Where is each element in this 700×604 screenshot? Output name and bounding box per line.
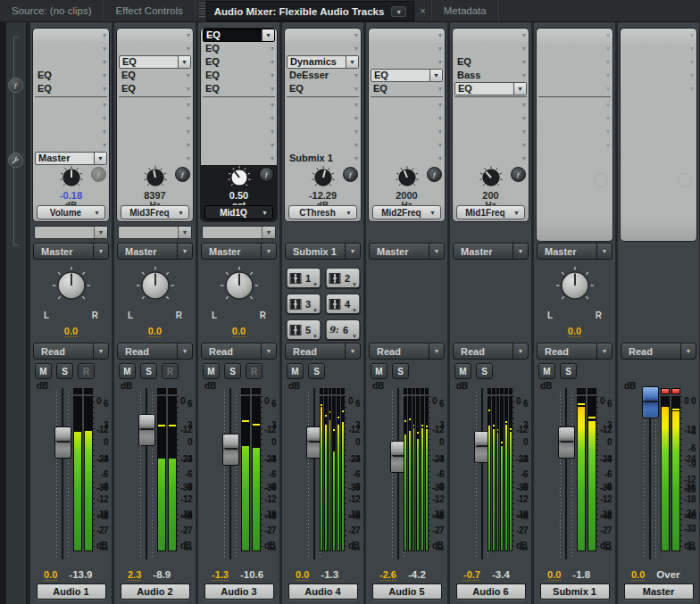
effect-slot[interactable]: ▾ <box>33 55 109 69</box>
send-slot[interactable]: ▾ <box>285 98 361 112</box>
channel-button-1[interactable]: 1▼ <box>286 268 321 288</box>
clip-indicator[interactable] <box>496 388 500 394</box>
effect-slot[interactable]: EQ▼ <box>117 55 193 69</box>
output-select[interactable]: Master▼ <box>453 243 529 260</box>
parameter-select[interactable]: CThresh▼ <box>288 205 357 219</box>
fader-handle[interactable] <box>222 434 239 466</box>
channel-button-2[interactable]: 2▼ <box>325 268 360 288</box>
clip-indicator[interactable] <box>492 388 496 394</box>
effect-slot[interactable]: EQ▾ <box>201 55 277 69</box>
effect-slot[interactable]: ▾ <box>537 29 612 42</box>
effect-slot[interactable]: EQ▾ <box>33 69 109 82</box>
send-slot[interactable]: ▾ <box>285 125 361 138</box>
chevron-down-icon[interactable]: ▼ <box>346 56 358 68</box>
mute-button[interactable]: M <box>203 363 220 379</box>
effect-parameter-knob[interactable] <box>60 166 83 193</box>
output-select[interactable]: Master▼ <box>117 243 193 260</box>
send-slot[interactable]: ▾ <box>201 152 277 165</box>
clip-indicator[interactable] <box>425 388 429 394</box>
mute-button[interactable]: M <box>287 363 304 379</box>
effect-slot[interactable]: ▾ <box>621 69 696 82</box>
gain-value[interactable]: 0.0 <box>547 569 561 581</box>
effect-slot[interactable]: ▾ <box>369 29 445 42</box>
effect-slot[interactable]: ▾ <box>621 55 696 69</box>
effect-slot[interactable]: EQ▾ <box>201 82 277 95</box>
close-icon[interactable]: × <box>414 0 431 21</box>
clip-indicator[interactable] <box>416 388 420 394</box>
effect-slot[interactable]: EQ▼ <box>369 69 445 82</box>
effect-slot[interactable]: ▾ <box>369 42 445 55</box>
fader-handle[interactable] <box>558 426 575 459</box>
clip-indicator[interactable] <box>168 388 177 394</box>
effect-slot[interactable]: EQ▾ <box>117 69 193 82</box>
tab-effect-controls[interactable]: Effect Controls <box>104 0 195 21</box>
sends-section-icon[interactable] <box>8 153 23 168</box>
effects-section-icon[interactable]: ƒ <box>8 78 23 93</box>
send-assign-select[interactable]: ▼ <box>202 226 276 239</box>
effect-slot[interactable]: ▾ <box>285 29 361 42</box>
chevron-down-icon[interactable]: ▼ <box>262 29 274 41</box>
automation-mode-select[interactable]: Read▼ <box>117 343 193 360</box>
effect-slot[interactable]: ▾ <box>537 55 612 69</box>
track-name-button[interactable]: Audio 3 <box>204 583 274 600</box>
mute-button[interactable]: M <box>454 363 471 379</box>
solo-button[interactable]: S <box>476 363 493 379</box>
effect-slot[interactable]: ▾ <box>537 82 612 95</box>
channel-button-4[interactable]: 4▼ <box>325 294 360 314</box>
clip-indicator[interactable] <box>577 388 586 394</box>
parameter-value[interactable]: 0.50 <box>201 190 277 201</box>
tab-metadata[interactable]: Metadata <box>432 0 499 21</box>
solo-button[interactable]: S <box>308 363 325 379</box>
tab-audio-mixer-flexible-audio-tracks[interactable]: Audio Mixer: Flexible Audio Tracks▼ <box>206 1 415 21</box>
effect-slot[interactable]: ▾ <box>369 55 445 69</box>
clip-indicator[interactable] <box>408 388 412 394</box>
channel-button-5[interactable]: 5▼ <box>286 319 321 340</box>
clip-indicator[interactable] <box>421 388 424 394</box>
clip-indicator[interactable] <box>332 388 336 394</box>
send-slot[interactable]: ▾ <box>453 152 529 165</box>
solo-button[interactable]: S <box>392 363 409 379</box>
chevron-down-icon[interactable]: ▼ <box>178 56 190 68</box>
output-select[interactable]: Submix 1▼ <box>285 243 361 260</box>
send-slot[interactable]: ▾ <box>537 125 612 138</box>
send-slot[interactable]: ▾ <box>201 125 277 138</box>
effect-slot[interactable]: ▾ <box>453 29 529 42</box>
panel-menu-button[interactable]: ▼ <box>391 6 406 17</box>
automation-mode-select[interactable]: Read▼ <box>537 343 612 360</box>
automation-mode-select[interactable]: Read▼ <box>369 343 445 360</box>
send-slot[interactable]: ▾ <box>369 98 445 112</box>
track-name-button[interactable]: Master <box>624 583 694 600</box>
clip-indicator[interactable] <box>488 388 491 394</box>
effect-slot[interactable]: EQ▾ <box>369 82 445 95</box>
effect-slot[interactable]: EQ▾ <box>33 82 109 95</box>
clip-indicator[interactable] <box>241 388 250 394</box>
clip-indicator[interactable] <box>509 388 512 394</box>
solo-button[interactable]: S <box>140 363 157 379</box>
pan-value-text[interactable]: 0.0 <box>64 326 78 337</box>
effect-slot[interactable]: EQ▾ <box>201 42 277 55</box>
send-slot[interactable]: ▾ <box>453 98 529 112</box>
send-slot[interactable]: ▾ <box>369 138 445 152</box>
clip-indicator[interactable] <box>404 388 407 394</box>
automation-mode-select[interactable]: Read▼ <box>453 343 529 360</box>
effect-parameter-knob[interactable] <box>396 166 419 193</box>
gain-value[interactable]: 0.0 <box>44 569 57 581</box>
parameter-select[interactable]: Mid1Q▼ <box>204 205 273 219</box>
pan-value-text[interactable]: 0.0 <box>148 326 162 337</box>
send-slot[interactable]: Master▼ <box>33 152 109 165</box>
send-slot[interactable]: ▾ <box>537 112 612 125</box>
effect-slot[interactable]: ▾ <box>117 42 193 55</box>
effect-slot[interactable]: EQ▼ <box>201 29 277 42</box>
clip-indicator[interactable] <box>671 388 680 394</box>
effect-parameter-knob[interactable] <box>312 166 335 193</box>
parameter-value[interactable]: -0.18 <box>33 190 109 201</box>
fader-track[interactable] <box>138 388 155 559</box>
pan-value-text[interactable]: 0.0 <box>232 326 246 337</box>
send-slot[interactable]: ▾ <box>33 112 109 125</box>
effect-slot[interactable]: ▾ <box>621 42 696 55</box>
effect-slot[interactable]: ▾ <box>285 42 361 55</box>
track-name-button[interactable]: Submix 1 <box>540 583 610 600</box>
effect-bypass-icon[interactable]: ƒ <box>175 167 190 182</box>
automation-mode-select[interactable]: Read▼ <box>33 343 109 360</box>
clip-indicator[interactable] <box>73 388 82 394</box>
